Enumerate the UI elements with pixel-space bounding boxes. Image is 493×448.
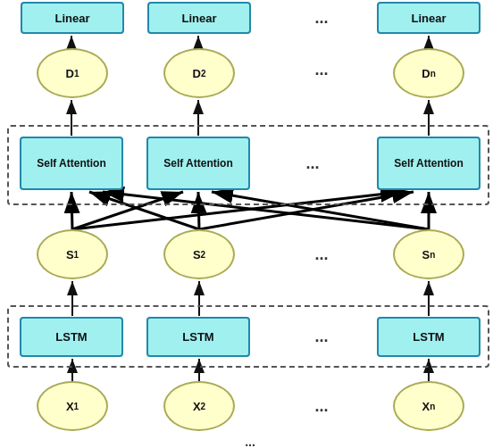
- linear-box-2: Linear: [147, 2, 251, 34]
- ellipse-dn: Dn: [393, 48, 464, 98]
- dots-lstm: ...: [277, 317, 366, 357]
- linear-box-1: Linear: [21, 2, 124, 34]
- ellipse-d2: D2: [163, 48, 235, 98]
- architecture-diagram: Linear Linear Linear D1 D2 Dn Self Atten…: [0, 0, 493, 448]
- self-attention-box-n: Self Attention: [377, 137, 480, 190]
- ellipse-s2: S2: [163, 229, 235, 279]
- dots-sa: ...: [277, 147, 348, 179]
- lstm-box-n: LSTM: [377, 317, 480, 357]
- lstm-box-1: LSTM: [20, 317, 123, 357]
- ellipse-x2: X2: [163, 381, 235, 431]
- self-attention-box-2: Self Attention: [146, 137, 250, 190]
- ellipse-sn: Sn: [393, 229, 464, 279]
- dots-bottom: ...: [71, 436, 429, 448]
- ellipse-s1: S1: [37, 229, 108, 279]
- linear-box-n: Linear: [377, 2, 480, 34]
- dots-s: ...: [277, 239, 366, 270]
- dots-d: ...: [277, 54, 366, 86]
- dots-x: ...: [277, 391, 366, 421]
- self-attention-box-1: Self Attention: [20, 137, 123, 190]
- ellipse-xn: Xn: [393, 381, 464, 431]
- ellipse-d1: D1: [37, 48, 108, 98]
- lstm-box-2: LSTM: [146, 317, 250, 357]
- dots-linear: ...: [277, 2, 366, 34]
- ellipse-x1: X1: [37, 381, 108, 431]
